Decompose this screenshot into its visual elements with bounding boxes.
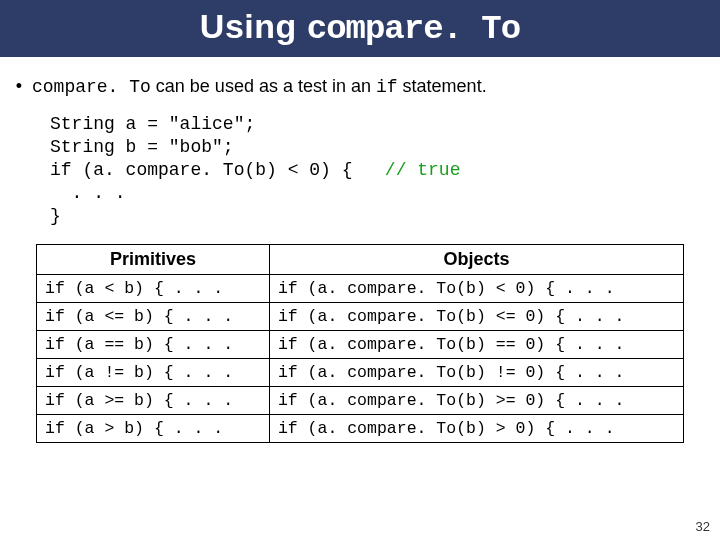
th-objects: Objects <box>269 244 683 274</box>
cell-prim: if (a <= b) { . . . <box>37 302 270 330</box>
comparison-table: Primitives Objects if (a < b) { . . . if… <box>36 244 684 443</box>
bullet-mono-2: if <box>376 77 398 97</box>
title-prefix: Using <box>200 7 307 45</box>
table-row: if (a >= b) { . . . if (a. compare. To(b… <box>37 386 684 414</box>
table-row: if (a <= b) { . . . if (a. compare. To(b… <box>37 302 684 330</box>
cell-obj: if (a. compare. To(b) == 0) { . . . <box>269 330 683 358</box>
table-row: if (a < b) { . . . if (a. compare. To(b)… <box>37 274 684 302</box>
cell-prim: if (a < b) { . . . <box>37 274 270 302</box>
bullet-dot: • <box>14 75 24 99</box>
slide: Using compare. To • compare. To can be u… <box>0 0 720 540</box>
comparison-table-wrap: Primitives Objects if (a < b) { . . . if… <box>36 244 684 443</box>
code-line-3a: if (a. compare. To(b) < 0) { <box>50 160 385 180</box>
code-comment: // true <box>385 160 461 180</box>
th-primitives: Primitives <box>37 244 270 274</box>
bullet-tail: statement. <box>398 76 487 96</box>
bullet-text: compare. To can be used as a test in an … <box>32 75 487 99</box>
table-row: if (a == b) { . . . if (a. compare. To(b… <box>37 330 684 358</box>
slide-title: Using compare. To <box>0 0 720 57</box>
title-mono: compare. To <box>307 10 520 48</box>
cell-prim: if (a >= b) { . . . <box>37 386 270 414</box>
cell-obj: if (a. compare. To(b) >= 0) { . . . <box>269 386 683 414</box>
code-line-4: . . . <box>50 183 126 203</box>
bullet-line: • compare. To can be used as a test in a… <box>14 75 706 99</box>
table-row: if (a > b) { . . . if (a. compare. To(b)… <box>37 414 684 442</box>
cell-prim: if (a > b) { . . . <box>37 414 270 442</box>
code-line-5: } <box>50 206 61 226</box>
cell-obj: if (a. compare. To(b) != 0) { . . . <box>269 358 683 386</box>
code-line-1: String a = "alice"; <box>50 114 255 134</box>
page-number: 32 <box>696 519 710 534</box>
cell-prim: if (a == b) { . . . <box>37 330 270 358</box>
code-block: String a = "alice"; String b = "bob"; if… <box>50 113 706 228</box>
bullet-mono-1: compare. To <box>32 77 151 97</box>
table-row: if (a != b) { . . . if (a. compare. To(b… <box>37 358 684 386</box>
code-line-2: String b = "bob"; <box>50 137 234 157</box>
cell-obj: if (a. compare. To(b) <= 0) { . . . <box>269 302 683 330</box>
table-head-row: Primitives Objects <box>37 244 684 274</box>
bullet-rest: can be used as a test in an <box>151 76 376 96</box>
cell-obj: if (a. compare. To(b) > 0) { . . . <box>269 414 683 442</box>
cell-obj: if (a. compare. To(b) < 0) { . . . <box>269 274 683 302</box>
slide-body: • compare. To can be used as a test in a… <box>0 57 720 443</box>
cell-prim: if (a != b) { . . . <box>37 358 270 386</box>
